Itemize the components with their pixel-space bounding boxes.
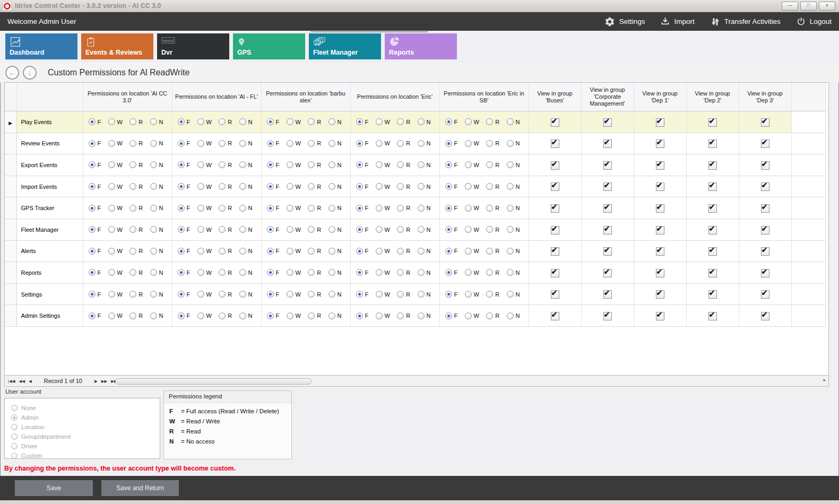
permission-radio-N[interactable]: N bbox=[150, 269, 163, 276]
view-in-group-checkbox[interactable] bbox=[603, 312, 612, 320]
permission-radio-F[interactable]: F bbox=[445, 161, 458, 168]
permission-radio-N[interactable]: N bbox=[150, 226, 163, 233]
permission-radio-F[interactable]: F bbox=[89, 183, 101, 190]
permission-radio-N[interactable]: N bbox=[507, 118, 520, 125]
view-in-group-checkbox[interactable] bbox=[603, 269, 612, 277]
permission-radio-R[interactable]: R bbox=[397, 183, 410, 190]
permission-radio-R[interactable]: R bbox=[219, 183, 232, 190]
permission-radio-N[interactable]: N bbox=[239, 248, 253, 255]
view-in-group-checkbox[interactable] bbox=[656, 161, 664, 170]
permission-radio-W[interactable]: W bbox=[376, 226, 390, 233]
permission-radio-N[interactable]: N bbox=[328, 291, 342, 298]
permission-radio-F[interactable]: F bbox=[445, 183, 458, 190]
permission-radio-N[interactable]: N bbox=[150, 205, 163, 212]
permission-radio-W[interactable]: W bbox=[376, 205, 390, 212]
permission-radio-N[interactable]: N bbox=[150, 140, 163, 147]
view-in-group-checkbox[interactable] bbox=[603, 161, 612, 170]
view-in-group-checkbox[interactable] bbox=[551, 290, 559, 299]
permission-radio-R[interactable]: R bbox=[486, 183, 499, 190]
permission-radio-N[interactable]: N bbox=[150, 161, 163, 168]
view-in-group-checkbox[interactable] bbox=[656, 290, 664, 299]
logout-button[interactable]: Logout bbox=[797, 17, 832, 26]
permission-radio-N[interactable]: N bbox=[239, 205, 253, 212]
permission-radio-N[interactable]: N bbox=[328, 161, 342, 168]
permission-radio-R[interactable]: R bbox=[397, 161, 410, 168]
view-in-group-checkbox[interactable] bbox=[656, 226, 664, 234]
user-account-option-group-department[interactable]: Group/department bbox=[11, 432, 160, 441]
view-in-group-checkbox[interactable] bbox=[708, 226, 717, 234]
user-account-option-custom[interactable]: Custom bbox=[11, 451, 160, 460]
view-in-group-checkbox[interactable] bbox=[708, 290, 717, 299]
permission-radio-F[interactable]: F bbox=[356, 140, 369, 147]
permission-radio-N[interactable]: N bbox=[418, 183, 431, 190]
permission-radio-W[interactable]: W bbox=[197, 205, 212, 212]
view-in-group-checkbox[interactable] bbox=[603, 183, 612, 191]
permission-radio-N[interactable]: N bbox=[150, 291, 163, 298]
group-column-header[interactable]: View in group 'Dep 2' bbox=[686, 83, 739, 111]
permission-radio-F[interactable]: F bbox=[267, 269, 280, 276]
permission-radio-W[interactable]: W bbox=[465, 205, 479, 212]
permission-radio-R[interactable]: R bbox=[219, 269, 232, 276]
table-row[interactable]: AlertsFWRNFWRNFWRNFWRNFWRN bbox=[5, 240, 825, 262]
permission-radio-N[interactable]: N bbox=[328, 312, 342, 319]
permission-radio-W[interactable]: W bbox=[287, 118, 301, 125]
view-in-group-checkbox[interactable] bbox=[761, 183, 769, 191]
table-row[interactable]: Import EventsFWRNFWRNFWRNFWRNFWRN bbox=[5, 176, 825, 197]
permission-radio-W[interactable]: W bbox=[108, 118, 123, 125]
view-in-group-checkbox[interactable] bbox=[551, 269, 559, 277]
permission-radio-F[interactable]: F bbox=[356, 205, 369, 212]
view-in-group-checkbox[interactable] bbox=[761, 290, 769, 299]
table-row[interactable]: Export EventsFWRNFWRNFWRNFWRNFWRN bbox=[5, 154, 825, 176]
location-column-header[interactable]: Permissions on location 'Al CC 3.0' bbox=[83, 83, 172, 111]
group-column-header[interactable]: View in group 'Corporate Management' bbox=[581, 83, 634, 111]
permission-radio-N[interactable]: N bbox=[418, 269, 431, 276]
settings-button[interactable]: Settings bbox=[604, 16, 645, 27]
group-column-header[interactable]: View in group 'Dep 3' bbox=[739, 83, 791, 111]
permission-radio-F[interactable]: F bbox=[356, 291, 369, 298]
permission-radio-N[interactable]: N bbox=[418, 312, 431, 319]
scroll-right-icon[interactable]: ▸ bbox=[823, 377, 826, 383]
permission-radio-W[interactable]: W bbox=[376, 118, 390, 125]
permission-radio-W[interactable]: W bbox=[287, 291, 301, 298]
permission-radio-F[interactable]: F bbox=[267, 140, 280, 147]
permission-radio-R[interactable]: R bbox=[219, 140, 232, 147]
view-in-group-checkbox[interactable] bbox=[551, 247, 559, 256]
permission-radio-W[interactable]: W bbox=[287, 226, 301, 233]
horizontal-scrollbar[interactable] bbox=[111, 378, 817, 385]
permission-radio-W[interactable]: W bbox=[108, 248, 123, 255]
view-in-group-checkbox[interactable] bbox=[656, 118, 664, 127]
transfer-activities-button[interactable]: Transfer Activities bbox=[711, 17, 781, 27]
permission-radio-W[interactable]: W bbox=[108, 140, 123, 147]
permission-radio-R[interactable]: R bbox=[129, 291, 143, 298]
permission-radio-N[interactable]: N bbox=[239, 161, 253, 168]
permission-radio-W[interactable]: W bbox=[465, 183, 479, 190]
permission-radio-R[interactable]: R bbox=[129, 118, 143, 125]
permission-radio-W[interactable]: W bbox=[465, 269, 479, 276]
permission-radio-R[interactable]: R bbox=[308, 205, 321, 212]
permission-radio-R[interactable]: R bbox=[486, 226, 499, 233]
permission-radio-F[interactable]: F bbox=[445, 291, 458, 298]
table-row[interactable]: ReportsFWRNFWRNFWRNFWRNFWRN bbox=[5, 262, 825, 284]
view-in-group-checkbox[interactable] bbox=[551, 204, 559, 213]
permission-radio-F[interactable]: F bbox=[267, 291, 280, 298]
permission-radio-F[interactable]: F bbox=[89, 118, 101, 125]
permission-radio-W[interactable]: W bbox=[465, 291, 479, 298]
permission-radio-R[interactable]: R bbox=[486, 118, 499, 125]
view-in-group-checkbox[interactable] bbox=[603, 290, 612, 299]
permission-radio-F[interactable]: F bbox=[267, 205, 280, 212]
maximize-button[interactable]: □ bbox=[800, 2, 817, 11]
permission-radio-R[interactable]: R bbox=[486, 205, 499, 212]
user-account-option-admin[interactable]: Admin bbox=[11, 413, 160, 422]
permission-radio-R[interactable]: R bbox=[129, 269, 143, 276]
permission-radio-R[interactable]: R bbox=[219, 205, 232, 212]
permission-radio-W[interactable]: W bbox=[197, 118, 212, 125]
permission-radio-F[interactable]: F bbox=[267, 118, 280, 125]
view-in-group-checkbox[interactable] bbox=[761, 269, 769, 277]
permission-radio-N[interactable]: N bbox=[418, 205, 431, 212]
table-row[interactable]: ▶Play EventsFWRNFWRNFWRNFWRNFWRN bbox=[5, 111, 825, 133]
permission-radio-N[interactable]: N bbox=[418, 118, 431, 125]
permission-radio-W[interactable]: W bbox=[197, 161, 212, 168]
permission-radio-N[interactable]: N bbox=[507, 312, 520, 319]
permission-radio-F[interactable]: F bbox=[267, 161, 280, 168]
view-in-group-checkbox[interactable] bbox=[761, 226, 769, 234]
